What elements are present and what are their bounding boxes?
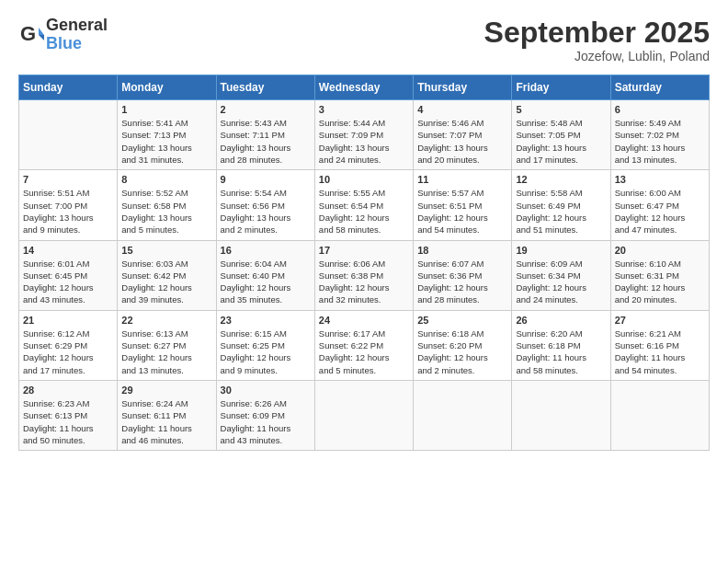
day-number: 3 — [319, 104, 409, 115]
day-info: Sunrise: 6:15 AMSunset: 6:25 PMDaylight:… — [221, 327, 311, 376]
calendar-cell: 16Sunrise: 6:04 AMSunset: 6:40 PMDayligh… — [216, 240, 314, 310]
day-number: 19 — [516, 245, 606, 256]
calendar-cell: 26Sunrise: 6:20 AMSunset: 6:18 PMDayligh… — [512, 310, 610, 380]
day-number: 17 — [319, 245, 409, 256]
day-info: Sunrise: 5:51 AMSunset: 7:00 PMDaylight:… — [23, 187, 113, 236]
logo-icon: G — [18, 22, 44, 48]
day-info: Sunrise: 5:41 AMSunset: 7:13 PMDaylight:… — [121, 117, 211, 166]
day-of-week-header: Thursday — [414, 75, 512, 100]
calendar-cell — [610, 380, 709, 450]
calendar-cell: 9Sunrise: 5:54 AMSunset: 6:56 PMDaylight… — [216, 170, 314, 240]
calendar-cell: 28Sunrise: 6:23 AMSunset: 6:13 PMDayligh… — [19, 380, 118, 450]
day-of-week-header: Monday — [118, 75, 216, 100]
day-info: Sunrise: 6:17 AMSunset: 6:22 PMDaylight:… — [319, 327, 409, 376]
day-number: 23 — [221, 315, 311, 326]
day-info: Sunrise: 5:49 AMSunset: 7:02 PMDaylight:… — [615, 117, 705, 166]
day-info: Sunrise: 5:48 AMSunset: 7:05 PMDaylight:… — [516, 117, 606, 166]
day-info: Sunrise: 5:57 AMSunset: 6:51 PMDaylight:… — [417, 187, 507, 236]
day-number: 22 — [121, 315, 211, 326]
day-info: Sunrise: 5:54 AMSunset: 6:56 PMDaylight:… — [221, 187, 311, 236]
day-number: 11 — [417, 174, 507, 185]
day-number: 24 — [319, 315, 409, 326]
calendar-cell: 15Sunrise: 6:03 AMSunset: 6:42 PMDayligh… — [118, 240, 216, 310]
day-info: Sunrise: 6:10 AMSunset: 6:31 PMDaylight:… — [615, 258, 705, 306]
calendar-cell: 12Sunrise: 5:58 AMSunset: 6:49 PMDayligh… — [512, 170, 610, 240]
day-info: Sunrise: 6:07 AMSunset: 6:36 PMDaylight:… — [417, 258, 507, 306]
day-of-week-header: Tuesday — [216, 75, 314, 100]
day-info: Sunrise: 6:23 AMSunset: 6:13 PMDaylight:… — [23, 397, 113, 446]
calendar-cell: 24Sunrise: 6:17 AMSunset: 6:22 PMDayligh… — [314, 310, 413, 380]
day-number: 14 — [23, 245, 113, 256]
day-number: 9 — [221, 174, 311, 185]
day-number: 12 — [516, 174, 606, 185]
day-number: 25 — [417, 315, 507, 326]
day-number: 8 — [121, 174, 211, 185]
day-number: 21 — [23, 315, 113, 326]
calendar-cell: 14Sunrise: 6:01 AMSunset: 6:45 PMDayligh… — [19, 240, 118, 310]
day-info: Sunrise: 6:03 AMSunset: 6:42 PMDaylight:… — [121, 258, 211, 306]
day-number: 13 — [615, 174, 705, 185]
calendar-cell: 5Sunrise: 5:48 AMSunset: 7:05 PMDaylight… — [512, 100, 610, 170]
day-info: Sunrise: 5:44 AMSunset: 7:09 PMDaylight:… — [319, 117, 409, 166]
day-number: 2 — [221, 104, 311, 115]
day-of-week-header: Friday — [512, 75, 610, 100]
day-number: 7 — [23, 174, 113, 185]
calendar-cell: 23Sunrise: 6:15 AMSunset: 6:25 PMDayligh… — [216, 310, 314, 380]
calendar-cell: 7Sunrise: 5:51 AMSunset: 7:00 PMDaylight… — [19, 170, 118, 240]
calendar-cell: 3Sunrise: 5:44 AMSunset: 7:09 PMDaylight… — [314, 100, 413, 170]
page-subtitle: Jozefow, Lublin, Poland — [484, 49, 710, 63]
day-info: Sunrise: 5:58 AMSunset: 6:49 PMDaylight:… — [516, 187, 606, 236]
calendar-cell: 18Sunrise: 6:07 AMSunset: 6:36 PMDayligh… — [414, 240, 512, 310]
day-number: 29 — [121, 385, 211, 396]
calendar-week-row: 1Sunrise: 5:41 AMSunset: 7:13 PMDaylight… — [19, 100, 710, 170]
calendar-cell: 8Sunrise: 5:52 AMSunset: 6:58 PMDaylight… — [118, 170, 216, 240]
calendar-cell: 13Sunrise: 6:00 AMSunset: 6:47 PMDayligh… — [610, 170, 709, 240]
calendar-cell: 21Sunrise: 6:12 AMSunset: 6:29 PMDayligh… — [19, 310, 118, 380]
calendar-table: SundayMondayTuesdayWednesdayThursdayFrid… — [18, 75, 710, 451]
calendar-cell: 27Sunrise: 6:21 AMSunset: 6:16 PMDayligh… — [610, 310, 709, 380]
calendar-cell — [512, 380, 610, 450]
day-number: 20 — [615, 245, 705, 256]
day-of-week-header: Sunday — [19, 75, 118, 100]
calendar-cell — [19, 100, 118, 170]
day-number: 10 — [319, 174, 409, 185]
day-info: Sunrise: 6:04 AMSunset: 6:40 PMDaylight:… — [221, 258, 311, 306]
calendar-cell: 30Sunrise: 6:26 AMSunset: 6:09 PMDayligh… — [216, 380, 314, 450]
day-of-week-header: Wednesday — [314, 75, 413, 100]
day-info: Sunrise: 5:46 AMSunset: 7:07 PMDaylight:… — [417, 117, 507, 166]
day-number: 28 — [23, 385, 113, 396]
day-info: Sunrise: 6:21 AMSunset: 6:16 PMDaylight:… — [615, 327, 705, 376]
day-number: 1 — [121, 104, 211, 115]
page-header: G General Blue September 2025 Jozefow, L… — [18, 17, 710, 63]
day-info: Sunrise: 6:26 AMSunset: 6:09 PMDaylight:… — [221, 397, 311, 446]
calendar-cell — [314, 380, 413, 450]
calendar-cell — [414, 380, 512, 450]
day-number: 15 — [121, 245, 211, 256]
logo: G General Blue — [18, 17, 108, 53]
day-info: Sunrise: 6:18 AMSunset: 6:20 PMDaylight:… — [417, 327, 507, 376]
svg-marker-2 — [39, 35, 44, 40]
day-info: Sunrise: 6:12 AMSunset: 6:29 PMDaylight:… — [23, 327, 113, 376]
day-info: Sunrise: 6:09 AMSunset: 6:34 PMDaylight:… — [516, 258, 606, 306]
day-info: Sunrise: 6:20 AMSunset: 6:18 PMDaylight:… — [516, 327, 606, 376]
day-info: Sunrise: 5:55 AMSunset: 6:54 PMDaylight:… — [319, 187, 409, 236]
calendar-week-row: 14Sunrise: 6:01 AMSunset: 6:45 PMDayligh… — [19, 240, 710, 310]
day-number: 26 — [516, 315, 606, 326]
title-block: September 2025 Jozefow, Lublin, Poland — [484, 17, 710, 63]
day-number: 5 — [516, 104, 606, 115]
calendar-header-row: SundayMondayTuesdayWednesdayThursdayFrid… — [19, 75, 710, 100]
calendar-cell: 2Sunrise: 5:43 AMSunset: 7:11 PMDaylight… — [216, 100, 314, 170]
calendar-week-row: 21Sunrise: 6:12 AMSunset: 6:29 PMDayligh… — [19, 310, 710, 380]
calendar-cell: 4Sunrise: 5:46 AMSunset: 7:07 PMDaylight… — [414, 100, 512, 170]
calendar-cell: 1Sunrise: 5:41 AMSunset: 7:13 PMDaylight… — [118, 100, 216, 170]
calendar-cell: 25Sunrise: 6:18 AMSunset: 6:20 PMDayligh… — [414, 310, 512, 380]
calendar-cell: 10Sunrise: 5:55 AMSunset: 6:54 PMDayligh… — [314, 170, 413, 240]
day-info: Sunrise: 5:52 AMSunset: 6:58 PMDaylight:… — [121, 187, 211, 236]
day-number: 27 — [615, 315, 705, 326]
svg-text:G: G — [20, 22, 36, 45]
day-info: Sunrise: 6:06 AMSunset: 6:38 PMDaylight:… — [319, 258, 409, 306]
day-info: Sunrise: 5:43 AMSunset: 7:11 PMDaylight:… — [221, 117, 311, 166]
day-number: 4 — [417, 104, 507, 115]
day-info: Sunrise: 6:24 AMSunset: 6:11 PMDaylight:… — [121, 397, 211, 446]
logo-line1: General — [46, 17, 108, 35]
